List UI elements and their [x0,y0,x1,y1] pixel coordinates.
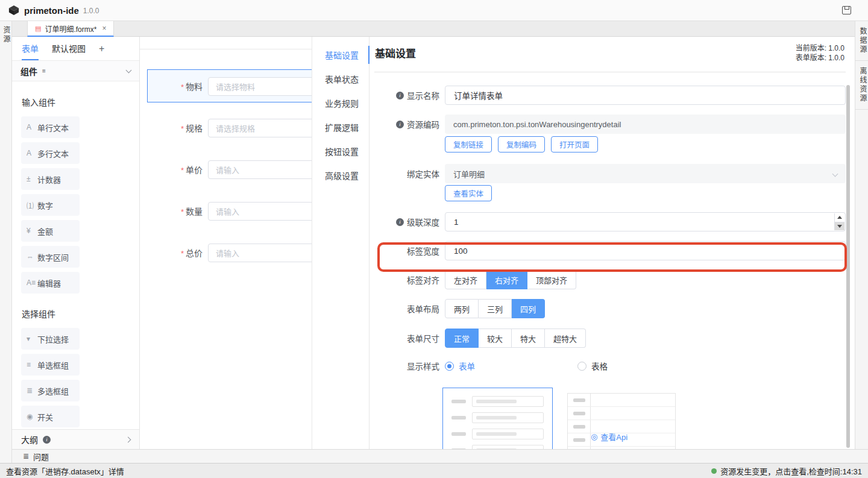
outline-bar[interactable]: 大纲 i [12,429,139,449]
display-name-input[interactable]: 订单详情表单 [445,86,846,105]
form-style-preview[interactable] [442,388,553,449]
resource-code-row: i 资源编码 com.primeton.ton.psi.tonWarehousi… [374,115,846,134]
status-right[interactable]: 资源发生变更，点击查看,检查时间:14:31 [711,465,862,477]
bind-entity-row: 绑定实体 订单明细 [374,164,846,183]
close-tab-icon[interactable]: × [102,24,106,33]
settings-nav-扩展逻辑[interactable]: 扩展逻辑 [312,115,369,139]
spinner-down-button[interactable] [835,222,844,231]
label-align-option-2[interactable]: 右对齐 [486,270,527,289]
form-layout-option-2[interactable]: 三列 [479,299,512,318]
display-style-row: 显示样式 表单表格 [374,360,846,372]
component-multi-line-text[interactable]: A多行文本 [21,142,80,164]
settings-content: 基础设置 当前版本: 1.0.0 表单版本: 1.0.0 i 显示名称 订单详情… [374,37,846,449]
chevron-down-icon[interactable] [126,67,132,73]
label-width-row: 标签宽度 100 [374,241,846,260]
preview-table-cell [568,420,591,433]
table-style-preview[interactable]: ◎ 查看Api [567,393,676,449]
component-counter[interactable]: ±计数器 [21,168,80,190]
component-number[interactable]: ⑴数字 [21,194,80,216]
single-line-text-icon: A [27,123,37,131]
preview-table-cell [568,394,591,406]
view-tab-form[interactable]: 表单 [22,37,39,60]
status-left-text[interactable]: 查看资源「进销存.datasetx」详情 [6,465,124,477]
resource-code-value: com.primeton.ton.psi.tonWarehousingentry… [445,115,846,134]
field-label: *数量 [140,205,208,217]
preview-label-bar [451,416,466,420]
view-entity-button[interactable]: 查看实体 [445,185,492,201]
form-size-option-3[interactable]: 特大 [512,329,545,348]
canvas-field-2[interactable]: *规格请选择规格 [140,118,312,137]
money-icon: ¥ [27,227,37,235]
label-width-input[interactable]: 100 [445,241,846,260]
component-label: 下拉选择 [37,333,69,345]
status-right-text: 资源发生变更，点击查看,检查时间:14:31 [720,465,862,477]
field-input[interactable]: 请选择规格 [208,119,312,137]
outline-label: 大纲 [21,433,38,445]
form-layout-option-1[interactable]: 两列 [445,299,479,318]
cascade-depth-input[interactable]: 1 [445,212,846,231]
field-input[interactable]: 请输入 [208,244,312,262]
info-icon: i [43,436,51,444]
component-label: 金额 [37,225,53,237]
rail-resources-tab[interactable]: 资源 [0,26,11,44]
field-input[interactable]: 请输入 [208,160,312,179]
radio-icon [445,362,454,371]
settings-scrollbar[interactable] [846,85,850,448]
resource-code-label: i 资源编码 [374,118,439,130]
canvas-field-3[interactable]: *单价请输入 [140,160,312,179]
component-money[interactable]: ¥金额 [21,220,80,242]
component-dropdown-select[interactable]: ▾下拉选择 [21,328,80,350]
version-info: 当前版本: 1.0.0 表单版本: 1.0.0 [796,43,844,63]
settings-nav-业务规则[interactable]: 业务规则 [312,91,369,115]
bind-entity-select[interactable]: 订单明细 [445,164,846,183]
chevron-right-icon[interactable] [125,436,131,442]
settings-nav-高级设置[interactable]: 高级设置 [312,163,369,187]
display-style-radio-table[interactable]: 表格 [577,360,608,372]
file-tab[interactable]: ▤ 订单明细.formx* × [27,21,114,37]
view-api-link[interactable]: ◎ 查看Api [591,431,627,442]
form-size-option-2[interactable]: 较大 [479,329,512,348]
components-header[interactable]: 组件 ≡ [12,60,139,81]
preview-cell-bar [573,398,585,402]
component-switch[interactable]: ◉开关 [21,406,80,427]
canvas-field-1[interactable]: *物料请选择物料 [140,77,312,96]
copy-link-button[interactable]: 复制链接 [445,136,492,153]
form-size-option-1[interactable]: 正常 [445,329,479,348]
add-view-tab-button[interactable]: + [99,37,104,60]
open-page-button[interactable]: 打开页面 [551,136,598,153]
display-style-label: 显示样式 [374,360,439,372]
form-size-row: 表单尺寸 正常较大特大超特大 [374,329,846,348]
copy-code-button[interactable]: 复制编码 [498,136,545,153]
rail-tab-datasource[interactable]: 数据源 [855,27,868,61]
info-icon: i [396,121,404,128]
preview-value-bar [476,416,517,420]
component-editor[interactable]: A≡编辑器 [21,272,80,294]
resource-actions-row: 复制链接复制编码打开页面 [374,136,846,153]
problems-bar[interactable]: ≣ 问题 [12,449,868,463]
form-layout-option-3[interactable]: 四列 [512,299,545,318]
preview-cell-bar [573,425,585,429]
view-tab-default-view[interactable]: 默认视图 [52,37,86,60]
label-align-option-3[interactable]: 顶部对齐 [527,270,576,289]
label-align-option-1[interactable]: 左对齐 [445,270,486,289]
component-radio-group[interactable]: ≡单选框组 [21,354,80,376]
rail-tab-offline-resources[interactable]: 离线资源 [855,67,868,110]
field-input[interactable]: 请选择物料 [208,77,312,96]
settings-nav-基础设置[interactable]: 基础设置 [312,43,369,67]
canvas-field-4[interactable]: *数量请输入 [140,201,312,221]
save-icon[interactable] [842,6,851,14]
preview-input-box [472,445,544,449]
component-single-line-text[interactable]: A单行文本 [21,116,80,138]
spinner-up-button[interactable] [835,213,844,222]
settings-nav-按钮设置[interactable]: 按钮设置 [312,139,369,163]
form-size-option-4[interactable]: 超特大 [545,329,586,348]
required-asterisk-icon: * [181,166,184,175]
component-checkbox-group[interactable]: ≣多选框组 [21,380,80,401]
component-number-range[interactable]: ⇔数字区间 [21,246,80,268]
display-style-radio-form[interactable]: 表单 [445,360,475,372]
canvas-field-5[interactable]: *总价请输入 [140,243,312,262]
number-range-icon: ⇔ [27,253,37,261]
field-input[interactable]: 请输入 [208,202,312,221]
display-name-label: i 显示名称 [374,89,439,101]
settings-nav-表单状态[interactable]: 表单状态 [312,67,369,91]
